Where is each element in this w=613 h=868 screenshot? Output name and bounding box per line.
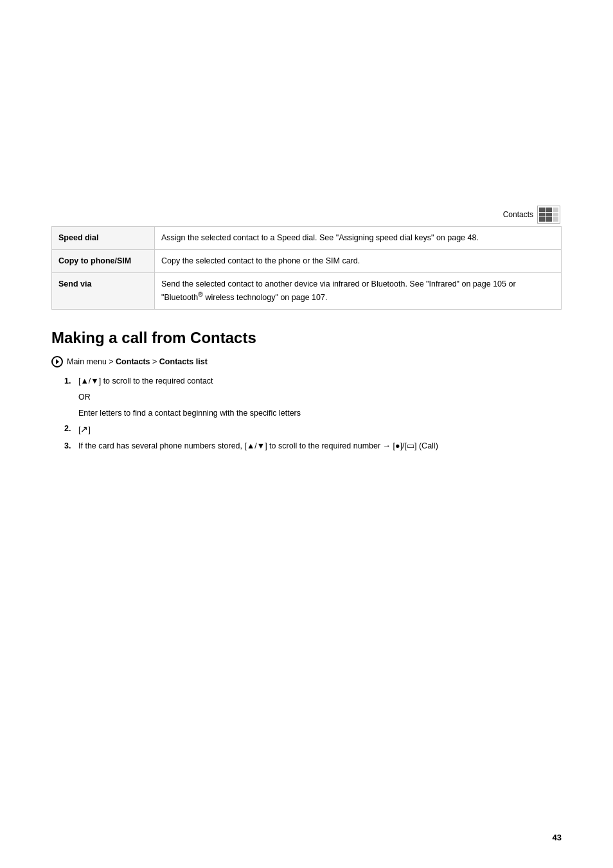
steps-list: 1. [▲/▼] to scroll to the required conta… [64,375,562,452]
call-key-symbol: ↗ [80,424,88,434]
top-blank-area [51,26,562,206]
step-1-detail: Enter letters to find a contact beginnin… [78,407,562,420]
section-heading: Making a call from Contacts [51,329,562,347]
contacts-info-table: Speed dial Assign the selected contact t… [51,226,562,310]
icon-cell-6 [553,213,558,217]
nav-path: Main menu > Contacts > Contacts list [51,356,562,368]
table-row: Send via Send the selected contact to an… [52,272,562,310]
list-item: 2. [↗] [64,423,562,436]
icon-cell-7 [539,217,545,222]
step-number-1: 1. [64,375,78,387]
nav-text: Main menu > Contacts > Contacts list [67,357,208,366]
table-row: Copy to phone/SIM Copy the selected cont… [52,249,562,272]
table-row: Speed dial Assign the selected contact t… [52,227,562,250]
icon-cell-1 [539,208,545,212]
icon-cell-3 [553,208,558,212]
def-copy-phone: Copy the selected contact to the phone o… [155,249,562,272]
page-number: 43 [553,833,562,842]
making-call-section: Making a call from Contacts Main menu > … [51,329,562,452]
nav-arrow-icon [51,356,63,368]
list-item: 1. [▲/▼] to scroll to the required conta… [64,375,562,387]
contacts-icon [537,206,560,224]
contacts-label: Contacts [503,210,533,219]
step-number-2: 2. [64,423,78,436]
term-send-via: Send via [52,272,155,310]
def-speed-dial: Assign the selected contact to a Speed d… [155,227,562,250]
icon-cell-5 [546,213,551,217]
page-container: Contacts Speed dial Assign the selected … [0,0,613,868]
term-copy-phone: Copy to phone/SIM [52,249,155,272]
icon-cell-4 [539,213,545,217]
contacts-section: Contacts Speed dial Assign the selected … [51,206,562,310]
icon-cell-2 [546,208,551,212]
step-number-3: 3. [64,440,78,452]
table-body: Speed dial Assign the selected contact t… [52,227,562,310]
step-1-content: [▲/▼] to scroll to the required contact [78,375,562,387]
step-1-or: OR [78,391,562,403]
icon-cell-8 [546,217,551,222]
contacts-header: Contacts [51,206,562,224]
icon-cell-9 [553,217,558,222]
step-2-content: [↗] [78,423,562,436]
def-send-via: Send the selected contact to another dev… [155,272,562,310]
step-3-content: If the card has several phone numbers st… [78,440,562,452]
term-speed-dial: Speed dial [52,227,155,250]
list-item: 3. If the card has several phone numbers… [64,440,562,452]
